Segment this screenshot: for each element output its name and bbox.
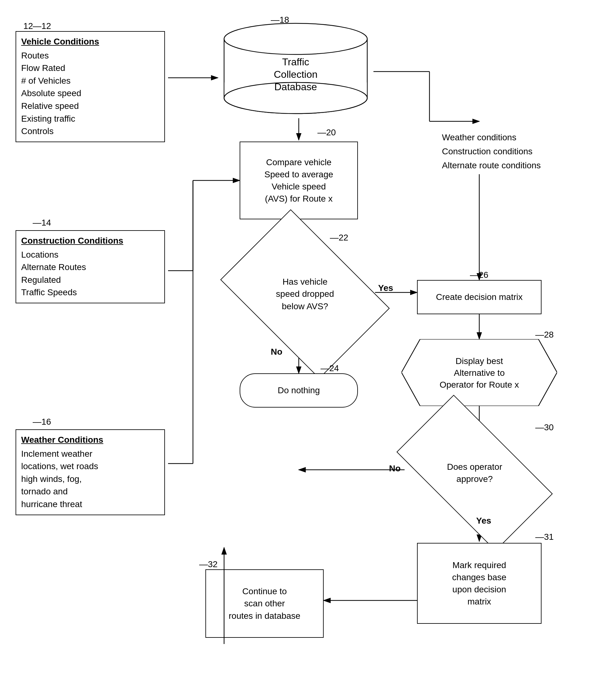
label-num-31: —31 (535, 532, 554, 542)
svg-text:Traffic: Traffic (282, 56, 309, 68)
operator-approve-diamond: Does operatorapprove? (405, 432, 544, 513)
label-12: 12 (23, 21, 33, 31)
no-label-1: No (271, 347, 282, 357)
svg-text:Collection: Collection (274, 69, 318, 80)
weather-conditions-items: Inclement weatherlocations, wet roadshig… (21, 449, 98, 509)
label-num-12: —12 (33, 21, 51, 31)
weather-info-text: Weather conditionsConstruction condition… (442, 131, 541, 172)
label-num-16: —16 (33, 417, 51, 427)
construction-conditions-title: Construction Conditions (21, 234, 159, 247)
no-label-2: No (389, 464, 401, 474)
weather-conditions-title: Weather Conditions (21, 434, 159, 446)
label-num-14: —14 (33, 218, 51, 228)
traffic-db-cylinder: Traffic Collection Database (218, 20, 373, 120)
svg-text:Display best: Display best (456, 356, 503, 366)
flowchart-diagram: 12 Vehicle Conditions RoutesFlow Rated# … (0, 0, 605, 700)
weather-conditions-box: Weather Conditions Inclement weatherloca… (16, 429, 165, 515)
svg-text:Database: Database (274, 81, 317, 93)
vehicle-conditions-box: Vehicle Conditions RoutesFlow Rated# of … (16, 31, 165, 142)
yes-label-2: Yes (476, 516, 491, 526)
construction-conditions-items: LocationsAlternate RoutesRegulatedTraffi… (21, 250, 86, 297)
compare-box: Compare vehicleSpeed to averageVehicle s… (240, 142, 358, 219)
vehicle-conditions-items: RoutesFlow Rated# of VehiclesAbsolute sp… (21, 51, 81, 136)
construction-conditions-box: Construction Conditions LocationsAlterna… (16, 230, 165, 303)
svg-point-21 (224, 23, 367, 54)
has-dropped-text: Has vehiclespeed droppedbelow AVS? (273, 273, 337, 316)
label-num-26: —26 (470, 270, 488, 280)
has-dropped-diamond: Has vehiclespeed droppedbelow AVS? (235, 244, 375, 344)
display-best-shape: Display best Alternative to Operator for… (402, 339, 557, 406)
label-num-22: —22 (330, 233, 348, 243)
yes-label-1: Yes (378, 283, 393, 293)
label-num-24: —24 (320, 364, 339, 373)
do-nothing-box: Do nothing (240, 373, 358, 407)
label-num-28: —28 (535, 330, 554, 340)
create-matrix-box: Create decision matrix (417, 280, 541, 314)
svg-text:Alternative to: Alternative to (454, 368, 505, 378)
mark-changes-box: Mark requiredchanges baseupon decisionma… (417, 543, 541, 624)
svg-text:Operator for Route x: Operator for Route x (439, 380, 519, 390)
operator-approve-text: Does operatorapprove? (444, 458, 505, 488)
label-num-20: —20 (317, 128, 336, 138)
vehicle-conditions-title: Vehicle Conditions (21, 35, 159, 48)
loop-back-arrow (193, 545, 255, 653)
label-num-30: —30 (535, 423, 554, 432)
